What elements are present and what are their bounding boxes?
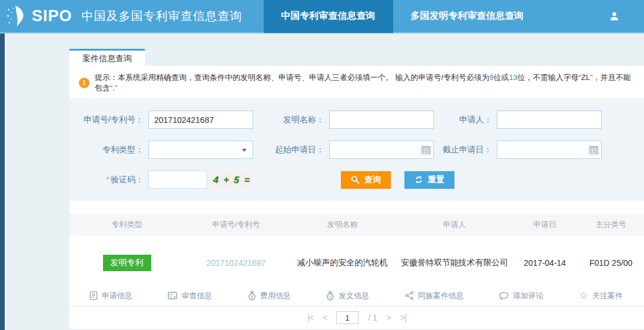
col-header-application-number: 申请号/专利号 bbox=[184, 219, 288, 230]
star-icon: ☆ bbox=[579, 291, 588, 301]
first-page-button[interactable]: |< bbox=[307, 313, 313, 322]
application-number-link[interactable]: 2017102421687 bbox=[206, 258, 265, 268]
captcha-image[interactable]: 4 + 5 = bbox=[211, 171, 253, 189]
action-follow-case[interactable]: ☆ 关注案件 bbox=[579, 291, 623, 301]
patent-type-label: 专利类型： bbox=[69, 145, 148, 155]
image-card-icon bbox=[168, 292, 177, 299]
invention-name-cell: 减小噪声的安全的汽轮机 bbox=[288, 258, 397, 268]
top-header: SIPO 中国及多国专利审查信息查询 中国专利审查信息查询 多国发明专利审查信息… bbox=[0, 0, 644, 34]
sipo-logo-icon bbox=[6, 4, 31, 29]
applicant-input[interactable] bbox=[497, 111, 602, 129]
page-number-input[interactable] bbox=[336, 311, 358, 324]
refresh-icon bbox=[414, 175, 423, 184]
svg-text:$: $ bbox=[251, 295, 253, 299]
action-examination-info[interactable]: 审查信息 bbox=[168, 291, 212, 301]
last-page-button[interactable]: >| bbox=[400, 313, 406, 322]
site-title: 中国及多国专利审查信息查询 bbox=[82, 8, 243, 24]
date-to-input[interactable] bbox=[497, 141, 602, 159]
content-area: 案件信息查询 ! 提示：本系统采用精确查询，查询条件中的发明名称、申请号、申请人… bbox=[69, 34, 644, 329]
comment-icon bbox=[499, 292, 509, 300]
form-row-2: 专利类型： 起始申请日： bbox=[69, 141, 644, 159]
patent-type-select[interactable] bbox=[148, 141, 253, 159]
captcha-label: *验证码： bbox=[69, 175, 148, 185]
notice-bar: ! 提示：本系统采用精确查询，查询条件中的发明名称、申请号、申请人三者必须填一个… bbox=[69, 75, 644, 90]
user-icon bbox=[609, 11, 619, 21]
form-row-1: 申请号/专利号： 发明名称： 申请人： bbox=[69, 111, 644, 129]
date-to-field bbox=[497, 141, 602, 159]
col-header-applicant: 申请人 bbox=[397, 219, 512, 230]
search-form: 申请号/专利号： 发明名称： 申请人： 专利类型： 起始申请日： bbox=[69, 98, 644, 201]
chevron-down-icon bbox=[242, 149, 247, 152]
pagination: |< < / 1 > >| bbox=[69, 311, 644, 324]
form-buttons: 查询 重置 bbox=[341, 171, 454, 189]
tab-case-info-query[interactable]: 案件信息查询 bbox=[69, 49, 145, 66]
applicant-label: 申请人： bbox=[434, 115, 497, 125]
money-bag-icon: S bbox=[326, 291, 334, 301]
application-number-label: 申请号/专利号： bbox=[69, 115, 148, 125]
search-button[interactable]: 查询 bbox=[341, 171, 391, 189]
application-date-cell: 2017-04-14 bbox=[512, 258, 577, 268]
application-number-input[interactable] bbox=[148, 111, 253, 129]
money-bag-icon: $ bbox=[248, 291, 256, 301]
results-table-header: 专利类型 申请号/专利号 发明名称 申请人 申请日 主分类号 bbox=[69, 214, 644, 235]
captcha-input[interactable] bbox=[148, 171, 207, 189]
calendar-icon[interactable] bbox=[421, 145, 431, 155]
form-row-3: *验证码： 4 + 5 = 查询 bbox=[69, 171, 644, 189]
reset-button[interactable]: 重置 bbox=[404, 171, 454, 189]
required-asterisk: * bbox=[107, 175, 109, 184]
date-to-label: 截止申请日： bbox=[434, 145, 497, 155]
user-account-button[interactable] bbox=[609, 11, 619, 21]
action-issued-documents[interactable]: S 发文信息 bbox=[326, 291, 369, 301]
action-application-info[interactable]: 申请信息 bbox=[89, 291, 132, 301]
notice-text: 提示：本系统采用精确查询，查询条件中的发明名称、申请号、申请人三者必须填一个。 … bbox=[95, 72, 635, 94]
calendar-icon[interactable] bbox=[589, 145, 599, 155]
prev-page-button[interactable]: < bbox=[323, 313, 327, 322]
next-page-button[interactable]: > bbox=[387, 313, 391, 322]
search-icon bbox=[351, 175, 360, 184]
total-pages-label: / 1 bbox=[368, 313, 377, 322]
col-header-patent-type: 专利类型 bbox=[69, 219, 184, 230]
patent-type-badge: 发明专利 bbox=[103, 255, 151, 271]
action-fee-info[interactable]: $ 费用信息 bbox=[248, 291, 291, 301]
left-edge-bar bbox=[0, 34, 5, 330]
query-card: ! 提示：本系统采用精确查询，查询条件中的发明名称、申请号、申请人三者必须填一个… bbox=[69, 66, 644, 329]
warning-icon: ! bbox=[79, 78, 89, 88]
col-header-main-class: 主分类号 bbox=[578, 219, 644, 230]
date-from-input[interactable] bbox=[329, 141, 434, 159]
nav-item-china-patent[interactable]: 中国专利审查信息查询 bbox=[264, 0, 393, 33]
main-nav: 中国专利审查信息查询 多国发明专利审查信息查询 bbox=[264, 0, 542, 33]
invention-name-label: 发明名称： bbox=[253, 115, 329, 125]
nav-item-multi-country[interactable]: 多国发明专利审查信息查询 bbox=[393, 0, 542, 33]
share-nodes-icon bbox=[405, 291, 414, 300]
date-from-field bbox=[329, 141, 434, 159]
col-header-invention-name: 发明名称 bbox=[288, 219, 397, 230]
svg-text:S: S bbox=[329, 295, 332, 299]
invention-name-input[interactable] bbox=[329, 111, 434, 129]
col-header-application-date: 申请日 bbox=[512, 219, 577, 230]
action-add-comment[interactable]: 添加评论 bbox=[499, 291, 543, 301]
table-row: 发明专利 2017102421687 减小噪声的安全的汽轮机 安徽誉特双节能技术… bbox=[69, 251, 644, 275]
date-from-label: 起始申请日： bbox=[253, 145, 329, 155]
action-family-cases[interactable]: 同族案件信息 bbox=[405, 291, 464, 301]
logo-text: SIPO bbox=[32, 7, 72, 25]
applicant-cell: 安徽誉特双节能技术有限公司 bbox=[397, 258, 512, 268]
document-icon bbox=[89, 291, 98, 300]
main-class-cell: F01D 25/00 bbox=[578, 258, 644, 268]
sipo-logo: SIPO bbox=[6, 4, 72, 29]
row-action-links: 申请信息 审查信息 $ 费用信息 bbox=[69, 285, 644, 306]
